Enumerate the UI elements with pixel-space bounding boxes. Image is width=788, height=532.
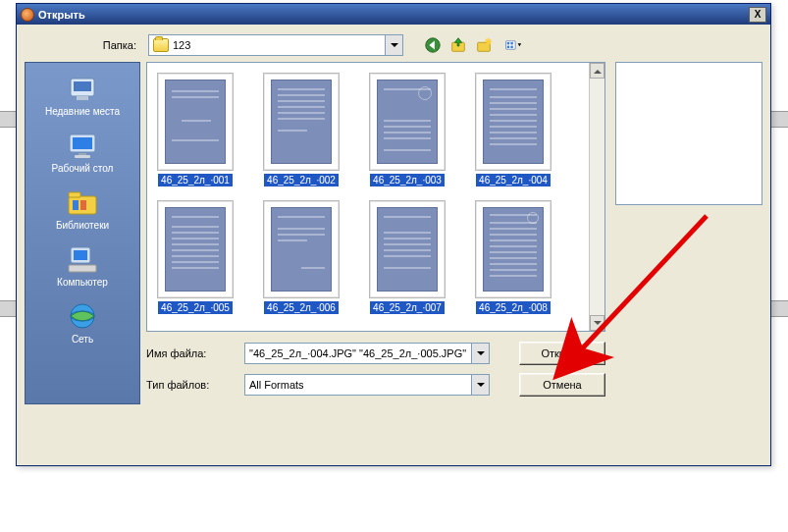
filename-dropdown-icon[interactable] xyxy=(471,344,489,363)
open-button[interactable]: Открыть xyxy=(519,342,605,365)
svg-rect-24 xyxy=(74,250,87,260)
svg-rect-10 xyxy=(507,46,509,48)
svg-rect-13 xyxy=(74,81,91,91)
file-label: 46_25_2л_·006 xyxy=(264,301,339,314)
file-thumb[interactable]: 46_25_2л_·008 xyxy=(473,200,553,314)
dialog-body: Недавние места Рабочий стол Библиотеки К… xyxy=(17,62,770,412)
cancel-button[interactable]: Отмена xyxy=(519,373,605,397)
filename-value: "46_25_2л_·004.JPG" "46_25_2л_·005.JPG" xyxy=(249,347,466,359)
svg-rect-11 xyxy=(510,46,512,48)
places-bar: Недавние места Рабочий стол Библиотеки К… xyxy=(25,62,140,404)
back-button[interactable] xyxy=(423,35,443,55)
open-file-dialog: Открыть X Папка: 123 Недавние места xyxy=(16,3,771,466)
svg-rect-21 xyxy=(73,200,79,210)
place-desktop[interactable]: Рабочий стол xyxy=(26,126,139,181)
folder-dropdown-icon[interactable] xyxy=(385,35,402,55)
file-thumb[interactable]: 46_25_2л_·003 xyxy=(367,73,447,186)
place-libraries[interactable]: Библиотеки xyxy=(26,183,139,238)
folder-icon xyxy=(153,38,169,52)
bottom-fields: Имя файла: "46_25_2л_·004.JPG" "46_25_2л… xyxy=(146,342,605,404)
file-label: 46_25_2л_·002 xyxy=(264,174,339,186)
close-button[interactable]: X xyxy=(749,7,766,23)
file-thumb[interactable]: 46_25_2л_·001 xyxy=(155,73,236,186)
svg-rect-22 xyxy=(80,200,86,210)
thumbnail-area[interactable]: 46_25_2л_·001 46_25_2л_·002 46_25_2л_·00… xyxy=(146,62,605,332)
folder-combo[interactable]: 123 xyxy=(148,34,403,56)
file-thumb[interactable]: 46_25_2л_·006 xyxy=(261,200,341,314)
folder-toolbar: Папка: 123 xyxy=(17,25,770,62)
filename-label: Имя файла: xyxy=(146,347,235,359)
file-thumb[interactable]: 46_25_2л_·004 xyxy=(473,73,553,186)
svg-rect-20 xyxy=(69,192,80,197)
filetype-label: Тип файлов: xyxy=(146,379,235,391)
folder-label: Папка: xyxy=(25,39,142,51)
app-icon xyxy=(21,8,34,22)
svg-rect-17 xyxy=(79,153,86,155)
file-label: 46_25_2л_·005 xyxy=(158,301,233,314)
filetype-combo[interactable]: All Formats xyxy=(244,374,490,396)
up-one-level-button[interactable] xyxy=(448,35,468,55)
svg-rect-18 xyxy=(75,155,90,158)
file-pane: 46_25_2л_·001 46_25_2л_·002 46_25_2л_·00… xyxy=(146,62,605,404)
scroll-down-button[interactable] xyxy=(590,315,604,331)
filename-input[interactable]: "46_25_2л_·004.JPG" "46_25_2л_·005.JPG" xyxy=(244,343,490,364)
place-recent[interactable]: Недавние места xyxy=(26,69,139,124)
place-network[interactable]: Сеть xyxy=(26,296,139,351)
file-thumb[interactable]: 46_25_2л_·005 xyxy=(155,200,236,314)
filetype-value: All Formats xyxy=(249,379,304,391)
preview-pane xyxy=(615,62,762,205)
place-computer[interactable]: Компьютер xyxy=(26,239,139,294)
svg-rect-25 xyxy=(69,265,96,272)
file-label: 46_25_2л_·003 xyxy=(370,174,445,186)
filetype-dropdown-icon[interactable] xyxy=(471,375,489,395)
file-thumb[interactable]: 46_25_2л_·002 xyxy=(261,73,341,186)
title-bar[interactable]: Открыть X xyxy=(17,4,770,25)
svg-rect-14 xyxy=(77,96,88,100)
scrollbar[interactable] xyxy=(589,63,604,331)
file-thumb[interactable]: 46_25_2л_·007 xyxy=(367,200,447,314)
svg-rect-9 xyxy=(510,42,512,44)
window-title: Открыть xyxy=(38,9,749,21)
scroll-up-button[interactable] xyxy=(590,63,604,79)
view-mode-button[interactable] xyxy=(499,35,529,55)
place-recent-label: Недавние места xyxy=(26,106,139,118)
place-network-label: Сеть xyxy=(26,334,139,346)
file-label: 46_25_2л_·001 xyxy=(158,174,233,186)
file-label: 46_25_2л_·007 xyxy=(370,301,445,314)
folder-name: 123 xyxy=(173,39,190,51)
place-desktop-label: Рабочий стол xyxy=(26,163,139,175)
place-libraries-label: Библиотеки xyxy=(26,220,139,232)
svg-rect-8 xyxy=(507,42,509,44)
file-label: 46_25_2л_·008 xyxy=(476,301,551,314)
new-folder-button[interactable] xyxy=(474,35,494,55)
file-label: 46_25_2л_·004 xyxy=(476,174,551,186)
place-computer-label: Компьютер xyxy=(26,277,139,289)
svg-rect-16 xyxy=(73,137,92,149)
